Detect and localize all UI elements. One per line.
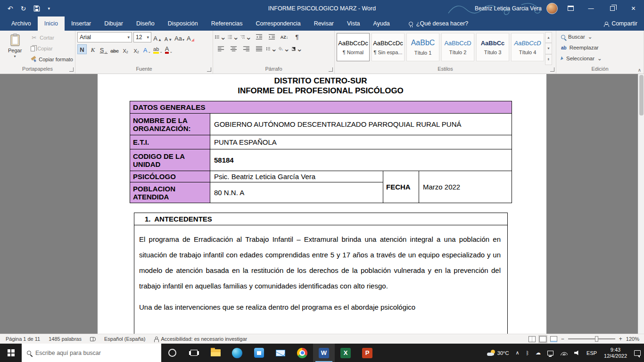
undo-icon[interactable]: ↶ bbox=[8, 5, 13, 12]
change-case-button[interactable]: Aa▾ bbox=[174, 33, 184, 42]
align-right-button[interactable] bbox=[240, 44, 252, 54]
read-mode-button[interactable] bbox=[528, 336, 536, 342]
tell-me-search[interactable]: ¿Qué desea hacer? bbox=[409, 16, 469, 31]
cortana-button[interactable] bbox=[161, 344, 183, 362]
wifi-icon[interactable] bbox=[557, 344, 571, 362]
row-label[interactable]: POBLACION ATENDIDA bbox=[130, 182, 210, 203]
row-label[interactable]: E.T.I. bbox=[130, 135, 210, 149]
powerpoint-taskbar-button[interactable]: P bbox=[356, 344, 378, 362]
antecedentes-body[interactable]: El programa de Erradicación al Trabajo I… bbox=[134, 225, 507, 334]
clipboard-dialog-launcher-icon[interactable] bbox=[69, 67, 74, 72]
styles-more-icon[interactable]: ⇟ bbox=[545, 54, 552, 65]
tab-inicio[interactable]: Inicio bbox=[38, 16, 65, 31]
excel-taskbar-button[interactable]: X bbox=[335, 344, 356, 362]
close-button[interactable]: ✕ bbox=[623, 0, 644, 16]
fecha-label-cell[interactable]: FECHA bbox=[383, 171, 419, 203]
zoom-out-button[interactable]: − bbox=[561, 336, 564, 342]
start-button[interactable] bbox=[0, 344, 22, 362]
grow-font-button[interactable]: A▲ bbox=[153, 33, 162, 42]
numbering-button[interactable]: ⌄ bbox=[228, 32, 239, 42]
style-titulo-3[interactable]: AaBbCc Título 3 bbox=[476, 33, 509, 61]
font-size-combobox[interactable]: 12 ▾ bbox=[133, 32, 151, 42]
word-taskbar-button[interactable]: W bbox=[313, 344, 335, 362]
weather-widget[interactable]: 30°C bbox=[484, 344, 512, 362]
find-button[interactable]: Buscar ⌄ bbox=[561, 32, 642, 41]
antecedentes-heading[interactable]: 1. ANTECEDENTES bbox=[134, 213, 507, 225]
doc-title-line1[interactable]: DISTRITO CENTRO-SUR bbox=[130, 76, 512, 86]
tab-dibujar[interactable]: Dibujar bbox=[98, 16, 130, 31]
minimize-button[interactable]: — bbox=[580, 0, 602, 16]
tab-revisar[interactable]: Revisar bbox=[307, 16, 340, 31]
restore-button[interactable] bbox=[602, 0, 623, 16]
tab-vista[interactable]: Vista bbox=[340, 16, 367, 31]
zoom-in-button[interactable]: + bbox=[619, 336, 622, 342]
paste-button[interactable]: Pegar ▾ bbox=[2, 32, 28, 65]
row-label[interactable]: PSICÓLOGO bbox=[130, 171, 210, 182]
row-value[interactable]: PUNTA ESPAÑOLA bbox=[210, 135, 512, 149]
mail-button[interactable] bbox=[270, 344, 291, 362]
italic-button[interactable]: K bbox=[88, 44, 98, 54]
tab-archivo[interactable]: Archivo bbox=[5, 16, 38, 31]
shading-button[interactable]: ⌄ bbox=[279, 44, 290, 54]
zoom-slider-thumb[interactable] bbox=[595, 336, 598, 342]
document-area[interactable]: DISTRITO CENTRO-SUR INFORME DEL PROFESIO… bbox=[0, 74, 644, 334]
superscript-button[interactable]: X2 bbox=[132, 44, 141, 54]
language-indicator[interactable]: Español (España) bbox=[100, 334, 149, 344]
style-normal[interactable]: AaBbCcDc ¶ Normal bbox=[337, 33, 370, 61]
sort-button[interactable]: AZ↓ bbox=[279, 32, 290, 42]
decrease-indent-button[interactable] bbox=[253, 32, 264, 42]
avatar[interactable] bbox=[546, 3, 558, 14]
styles-dialog-launcher-icon[interactable] bbox=[550, 67, 554, 72]
doc-title-line2[interactable]: INFORME DEL PROFESIONAL PSICÓLOGO bbox=[130, 86, 512, 96]
replace-button[interactable]: ab Reemplazar bbox=[561, 43, 642, 52]
fecha-value-cell[interactable]: Marzo 2022 bbox=[419, 171, 512, 203]
font-family-combobox[interactable]: Arial ▾ bbox=[77, 32, 132, 42]
tab-ayuda[interactable]: Ayuda bbox=[367, 16, 396, 31]
shrink-font-button[interactable]: A▼ bbox=[164, 33, 173, 42]
style-titulo-1[interactable]: AaBbC Título 1 bbox=[406, 33, 439, 61]
qat-customize-icon[interactable]: ▾ bbox=[48, 6, 50, 11]
tab-referencias[interactable]: Referencias bbox=[205, 16, 249, 31]
justify-button[interactable] bbox=[253, 44, 264, 54]
action-center-button[interactable] bbox=[631, 344, 644, 362]
edge-button[interactable] bbox=[226, 344, 248, 362]
row-value[interactable]: 58184 bbox=[210, 149, 512, 171]
file-explorer-button[interactable] bbox=[205, 344, 226, 362]
styles-scroll-down-icon[interactable]: ▼ bbox=[545, 43, 552, 54]
styles-scroll-up-icon[interactable]: ▲ bbox=[545, 32, 552, 43]
accessibility-status[interactable]: Accesibilidad: es necesario investigar bbox=[150, 334, 251, 344]
clock[interactable]: 9:43 12/4/2022 bbox=[600, 347, 631, 359]
proofing-status[interactable] bbox=[86, 334, 99, 344]
font-color-button[interactable]: A⌄ bbox=[164, 44, 173, 54]
web-layout-button[interactable] bbox=[550, 336, 557, 342]
align-left-button[interactable] bbox=[215, 44, 226, 54]
format-painter-button[interactable]: Copiar formato bbox=[31, 55, 73, 64]
clear-formatting-button[interactable]: A◢ bbox=[186, 33, 195, 42]
paragraph[interactable]: Una de las intervenciones que se realiza… bbox=[139, 299, 501, 315]
collapse-ribbon-icon[interactable]: ∧ bbox=[638, 67, 641, 73]
line-spacing-button[interactable]: ⌄ bbox=[266, 44, 277, 54]
copy-button[interactable]: Copiar bbox=[31, 44, 73, 53]
tab-disposicion[interactable]: Disposición bbox=[161, 16, 205, 31]
align-center-button[interactable] bbox=[228, 44, 239, 54]
bold-button[interactable]: N bbox=[77, 44, 87, 54]
row-label[interactable]: CODIGO DE LA UNIDAD bbox=[130, 149, 210, 171]
share-button[interactable]: Compartir bbox=[604, 16, 637, 31]
vertical-scrollbar[interactable] bbox=[638, 74, 644, 334]
increase-indent-button[interactable] bbox=[266, 32, 277, 42]
volume-icon[interactable] bbox=[571, 344, 583, 362]
select-button[interactable]: Seleccionar ⌄ bbox=[561, 54, 642, 63]
hidden-icons-button[interactable]: ∧ bbox=[512, 344, 522, 362]
task-view-button[interactable] bbox=[183, 344, 205, 362]
row-value[interactable]: 80 N.N. A bbox=[210, 182, 383, 203]
subscript-button[interactable]: X2 bbox=[121, 44, 130, 54]
borders-button[interactable]: ⌄ bbox=[291, 44, 303, 54]
style-titulo-2[interactable]: AaBbCcD Título 2 bbox=[441, 33, 474, 61]
table-header-cell[interactable]: DATOS GENERALES bbox=[130, 101, 512, 114]
page-indicator[interactable]: Página 1 de 11 bbox=[2, 334, 44, 344]
bullets-button[interactable]: ⌄ bbox=[215, 32, 226, 42]
text-effects-button[interactable]: A⌄ bbox=[142, 44, 152, 54]
document-page[interactable]: DISTRITO CENTRO-SUR INFORME DEL PROFESIO… bbox=[98, 74, 546, 334]
style-titulo-4[interactable]: AaBbCcD Título 4 bbox=[511, 33, 544, 61]
font-dialog-launcher-icon[interactable] bbox=[207, 67, 211, 72]
